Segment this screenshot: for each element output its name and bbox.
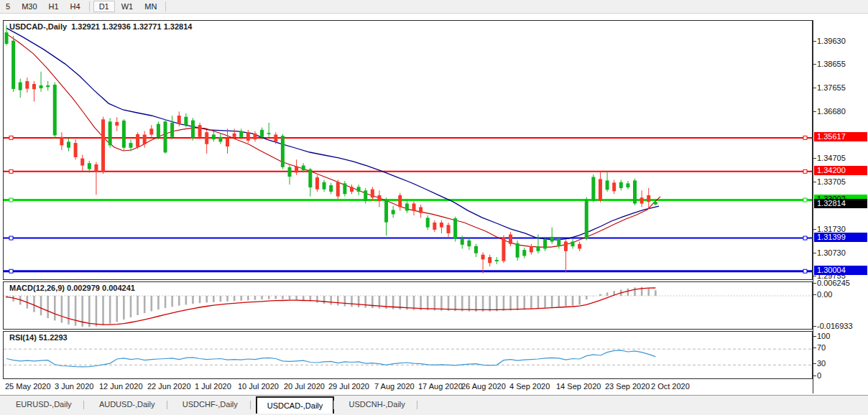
price-tick-label: 1.33705 [817, 177, 846, 186]
date-tick-label: 26 Aug 2020 [461, 382, 506, 391]
macd-tick-label: -0.016933 [817, 322, 853, 330]
date-tick-label: 25 May 2020 [5, 382, 51, 391]
macd-label: MACD(12,26,9) 0.002979 0.004241 [9, 284, 135, 292]
toolbar-separator [89, 1, 90, 11]
price-tick-label: 1.39630 [817, 37, 846, 45]
timeframe-button-d1[interactable]: D1 [93, 1, 115, 12]
timeframe-button-mn[interactable]: MN [139, 1, 162, 12]
date-tick-label: 22 Jun 2020 [147, 382, 191, 391]
date-tick-label: 2 Oct 2020 [651, 382, 690, 391]
tab-separator [83, 401, 84, 409]
chart-tab-usdcaddaily[interactable]: USDCAD-,Daily [256, 396, 335, 414]
date-tick-label: 20 Jul 2020 [284, 382, 325, 391]
tab-separator [250, 401, 251, 409]
candlestick-chart[interactable] [4, 21, 812, 279]
macd-tick-label: 0.00 [817, 290, 832, 299]
price-tick-label: 1.38655 [817, 60, 846, 68]
timeframe-button-m30[interactable]: M30 [17, 1, 42, 12]
price-tick-label: 1.34705 [817, 154, 846, 162]
date-tick-label: 1 Jul 2020 [195, 382, 231, 391]
date-axis[interactable]: 25 May 20203 Jun 202012 Jun 202022 Jun 2… [3, 379, 813, 393]
chart-tab-usdchfdaily[interactable]: USDCHF-,Daily [172, 398, 248, 411]
date-tick-label: 7 Aug 2020 [374, 382, 415, 391]
timeframe-toolbar: 5M30H1H4D1W1MN [0, 0, 868, 14]
timeframe-button-5[interactable]: 5 [1, 1, 15, 12]
rsi-tick-label: 70 [817, 343, 826, 352]
price-chart-panel[interactable]: USDCAD-,Daily 1.32921 1.32936 1.32771 1.… [3, 20, 813, 280]
price-tick-label: 1.31730 [817, 225, 846, 233]
date-tick-label: 14 Sep 2020 [556, 382, 601, 391]
price-flag-1.35617: 1.35617 [814, 132, 867, 141]
macd-indicator-panel[interactable]: MACD(12,26,9) 0.002979 0.004241 [3, 281, 813, 330]
rsi-indicator-panel[interactable]: RSI(14) 51.2293 [3, 331, 813, 379]
tab-separator [333, 401, 334, 409]
price-axis[interactable]: 1.396301.386551.376551.366801.347051.337… [813, 20, 868, 393]
timeframe-button-h4[interactable]: H4 [65, 1, 86, 12]
date-tick-label: 4 Sep 2020 [509, 382, 550, 391]
tab-separator [417, 401, 417, 409]
tab-separator [167, 401, 167, 409]
timeframe-button-w1[interactable]: W1 [116, 1, 139, 12]
chart-tab-audusddaily[interactable]: AUDUSD-,Daily [89, 398, 165, 411]
price-flag-1.32814: 1.32814 [814, 199, 867, 208]
chart-tab-eurusddaily[interactable]: EURUSD-,Daily [6, 398, 82, 411]
rsi-label: RSI(14) 51.2293 [9, 333, 68, 342]
price-flag-1.34200: 1.34200 [814, 166, 867, 175]
trading-app-window: 5M30H1H4D1W1MN USDCAD-,Daily 1.32921 1.3… [0, 0, 868, 415]
date-tick-label: 3 Jun 2020 [55, 382, 93, 391]
price-flag-1.30004: 1.30004 [814, 266, 867, 275]
date-tick-label: 12 Jun 2020 [99, 382, 143, 391]
timeframe-button-h1[interactable]: H1 [44, 1, 64, 12]
rsi-line [6, 350, 655, 367]
chart-tab-bar: EURUSD-,DailyAUDUSD-,DailyUSDCHF-,DailyU… [0, 395, 868, 415]
chart-title: USDCAD-,Daily 1.32921 1.32936 1.32771 1.… [9, 22, 192, 31]
date-tick-label: 17 Aug 2020 [418, 382, 463, 391]
price-flag-1.31399: 1.31399 [814, 233, 867, 242]
price-tick-label: 1.30730 [817, 248, 846, 257]
chart-tab-usdcnhdaily[interactable]: USDCNH-,Daily [339, 398, 415, 411]
macd-tick-label: 0.006245 [817, 279, 850, 287]
toolbar-separator [165, 1, 166, 11]
date-tick-label: 29 Jul 2020 [328, 382, 369, 391]
rsi-tick-label: 100 [817, 332, 830, 340]
rsi-tick-label: 30 [817, 359, 826, 368]
rsi-tick-label: 0 [817, 371, 821, 380]
date-tick-label: 23 Sep 2020 [605, 382, 650, 391]
rsi-chart[interactable] [4, 332, 812, 378]
price-tick-label: 1.36680 [817, 107, 846, 116]
date-tick-label: 10 Jul 2020 [238, 382, 279, 391]
price-tick-label: 1.37655 [817, 83, 846, 92]
